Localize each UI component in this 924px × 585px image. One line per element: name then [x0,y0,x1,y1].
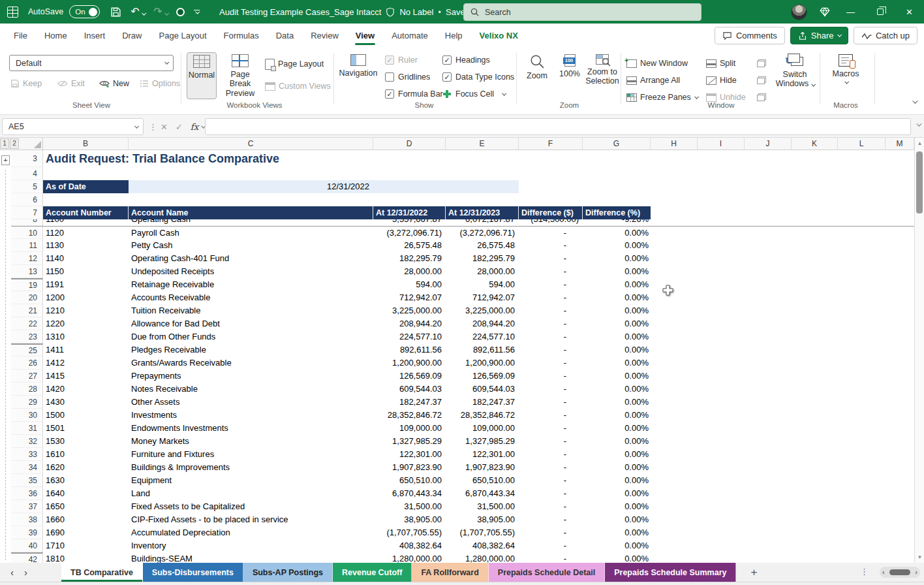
cell-account-number[interactable]: 1650 [43,500,129,513]
exit-sheet-view-button[interactable]: Exit [57,76,85,91]
page-break-preview-button[interactable]: Page Break Preview [219,52,261,99]
outline-expand-button[interactable]: + [1,155,10,165]
row-header-21[interactable]: 21 [11,304,43,317]
formula-input[interactable] [205,118,911,135]
cell-difference-dollar[interactable]: - [519,396,583,409]
cell-value-2022[interactable]: 28,352,846.72 [373,409,446,422]
cell-value-2022[interactable]: 594.00 [373,278,446,291]
sheet-view-options-button[interactable]: Options [140,76,180,91]
cell-value-2022[interactable]: 1,280,000.00 [373,552,446,563]
cell-difference-dollar[interactable]: - [519,461,583,474]
cell-difference-dollar[interactable]: - [519,239,583,252]
ribbon-tab-automate[interactable]: Automate [383,27,437,45]
row-header-12[interactable]: 12 [11,252,43,265]
row-header-36[interactable]: 36 [11,487,43,500]
search-box[interactable]: Search [463,3,701,21]
cell-difference-dollar[interactable]: - [519,552,583,563]
sheet-tab-subs-disbursements[interactable]: Subs-Disbursements [143,563,243,582]
row-header-23[interactable]: 23 [11,330,43,343]
cell-value-2022[interactable]: 208,944.20 [373,317,446,330]
column-header-B[interactable]: B [43,138,129,150]
cell-account-number[interactable]: 1500 [43,409,129,422]
scroll-down-icon[interactable]: ▼ [915,554,924,560]
cell-difference-dollar[interactable]: - [519,435,583,448]
cell-difference-percent[interactable]: 0.00% [583,526,651,539]
row-header-8[interactable]: 8 [11,219,43,226]
cell-account-number[interactable]: 1415 [43,370,129,383]
table-header-difference-[interactable]: Difference ($) [519,206,583,219]
row-header-35[interactable]: 35 [11,474,43,487]
cell-difference-dollar[interactable]: - [519,409,583,422]
cell-value-2023[interactable]: 1,327,985.29 [446,435,519,448]
column-header-K[interactable]: K [792,138,838,150]
column-header-M[interactable]: M [886,138,914,150]
cell-difference-percent[interactable]: 0.00% [583,435,651,448]
cell-difference-percent[interactable]: 0.00% [583,291,651,304]
cell-value-2022[interactable]: 650,510.00 [373,474,446,487]
arrange-all-button[interactable]: Arrange All [626,72,680,88]
cell-value-2022[interactable]: 122,301.00 [373,448,446,461]
cell-difference-percent[interactable]: 0.00% [583,487,651,500]
column-header-J[interactable]: J [745,138,792,150]
cell-account-name[interactable]: Undeposited Receipts [129,265,373,278]
gem-icon[interactable] [819,6,831,18]
cell-value-2022[interactable]: 28,000.00 [373,265,446,278]
cell-value-2022[interactable]: 26,575.48 [373,239,446,252]
column-header-E[interactable]: E [446,138,519,150]
cell-value-2023[interactable]: 182,247.37 [446,396,519,409]
cell-account-name[interactable]: Due from Other Funds [129,330,373,343]
ribbon-tab-review[interactable]: Review [302,27,347,45]
cell-account-name[interactable]: Pledges Receivable [129,343,373,356]
cell-value-2023[interactable]: 1,200,900.00 [446,356,519,370]
cell-value-2022[interactable]: 182,295.79 [373,252,446,265]
row-header-39[interactable]: 39 [11,526,43,539]
cell-difference-percent[interactable]: -9.26% [583,219,651,226]
cell-account-name[interactable]: Accounts Receivable [129,291,373,304]
cell-difference-percent[interactable]: 0.00% [583,370,651,383]
cell-account-name[interactable]: Other Assets [129,396,373,409]
asof-date-cell[interactable]: 12/31/2022 [129,180,373,193]
cell-value-2023[interactable]: 182,295.79 [446,252,519,265]
cell-account-name[interactable]: Petty Cash [129,239,373,252]
cell-difference-percent[interactable]: 0.00% [583,252,651,265]
row-header-11[interactable]: 11 [11,239,43,252]
scroll-left-icon[interactable]: ‹ [882,569,885,576]
row-header-31[interactable]: 31 [11,422,43,435]
gridlines-checkbox[interactable]: Gridlines [385,72,430,82]
cell-value-2022[interactable]: 408,382.64 [373,539,446,552]
cell-value-2023[interactable]: 609,544.03 [446,383,519,396]
cell-difference-percent[interactable]: 0.00% [583,539,651,552]
column-header-G[interactable]: G [583,138,651,150]
cell-difference-dollar[interactable]: - [519,500,583,513]
row-header-27[interactable]: 27 [11,370,43,383]
cell-difference-dollar[interactable]: - [519,317,583,330]
cell-difference-percent[interactable]: 0.00% [583,409,651,422]
add-sheet-button[interactable]: + [745,563,762,582]
zoom-button[interactable]: Zoom [521,52,553,99]
sheet-tab-fa-rollforward[interactable]: FA Rollforward [412,563,488,582]
cell-value-2022[interactable]: 109,000.00 [373,422,446,435]
cell-value-2022[interactable]: (3,272,096.71) [373,227,446,239]
ribbon-tab-insert[interactable]: Insert [76,27,114,45]
row-header-22[interactable]: 22 [11,317,43,330]
cell-account-number[interactable]: 1501 [43,422,129,435]
row-header-25[interactable]: 25 [11,343,43,356]
cell-value-2022[interactable]: 1,907,823.90 [373,461,446,474]
cell-difference-dollar[interactable]: - [519,330,583,343]
cell-value-2023[interactable]: 31,500.00 [446,500,519,513]
expand-formula-bar-icon[interactable] [916,121,921,126]
view-side-by-side-button[interactable] [757,55,766,71]
cell-value-2023[interactable]: 712,942.07 [446,291,519,304]
cell-difference-percent[interactable]: 0.00% [583,474,651,487]
ribbon-tab-velixo-nx[interactable]: Velixo NX [471,27,527,45]
sheet-tab-subs-ap-postings[interactable]: Subs-AP Postings [243,563,333,582]
cell-account-name[interactable]: Endowments Investments [129,422,373,435]
cell-value-2023[interactable]: 28,000.00 [446,265,519,278]
cell-difference-dollar[interactable]: - [519,448,583,461]
new-window-button[interactable]: + New Window [626,55,688,71]
cell-value-2023[interactable]: 26,575.48 [446,239,519,252]
cell-difference-percent[interactable]: 0.00% [583,461,651,474]
row-header-3[interactable]: 3 [11,150,43,167]
cell-difference-percent[interactable]: 0.00% [583,383,651,396]
focus-cell-button[interactable]: Focus Cell [442,89,505,99]
